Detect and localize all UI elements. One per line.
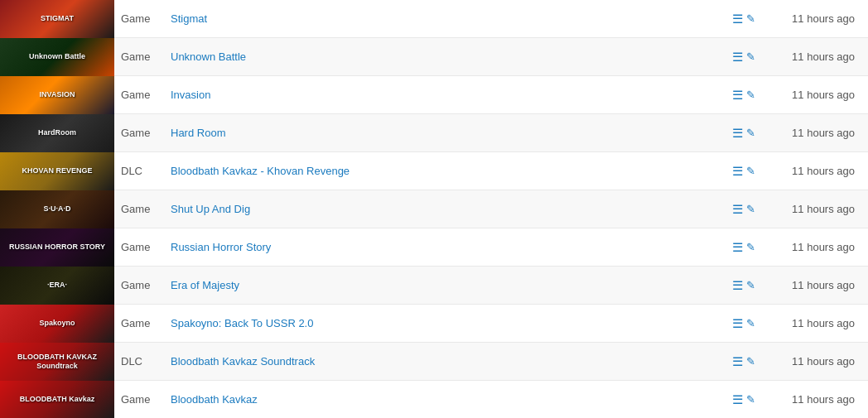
- app-name-cell: Russian Horror Story: [164, 241, 719, 253]
- thumbnail-text: INVASION: [38, 89, 77, 101]
- table-row: Spakoyno Game Spakoyno: Back To USSR 2.0…: [0, 305, 868, 343]
- packages-icon[interactable]: ☰: [732, 164, 743, 179]
- table-row: BLOODBATH Kavkaz Game Bloodbath Kavkaz ☰…: [0, 381, 868, 418]
- thumbnail-text: Spakoyno: [37, 317, 76, 329]
- app-type: Game: [114, 12, 164, 25]
- app-name-link[interactable]: Bloodbath Kavkaz: [171, 393, 258, 406]
- thumbnail-cell: STIGMAT: [0, 0, 114, 38]
- app-name-link[interactable]: Bloodbath Kavkaz Soundtrack: [171, 355, 315, 368]
- table-row: ·ERA· Game Era of Majesty ☰ ✎ 11 hours a…: [0, 267, 868, 305]
- table-row: INVASION Game Invasion ☰ ✎ 11 hours ago: [0, 76, 868, 114]
- edit-icon[interactable]: ✎: [746, 12, 755, 25]
- packages-icon[interactable]: ☰: [732, 240, 743, 255]
- app-name-link[interactable]: Hard Room: [171, 127, 225, 139]
- time-cell: 11 hours ago: [769, 203, 868, 215]
- app-name-cell: Bloodbath Kavkaz: [164, 393, 719, 406]
- game-thumbnail: Spakoyno: [0, 305, 114, 343]
- app-name-cell: Shut Up And Dig: [164, 203, 719, 215]
- app-name-cell: Stigmat: [164, 12, 719, 25]
- app-name-link[interactable]: Era of Majesty: [171, 279, 239, 291]
- app-type: Game: [114, 127, 164, 139]
- time-cell: 11 hours ago: [769, 12, 868, 25]
- action-icons: ☰ ✎: [719, 202, 769, 217]
- time-cell: 11 hours ago: [769, 89, 868, 101]
- game-thumbnail: Unknown Battle: [0, 38, 114, 76]
- action-icons: ☰ ✎: [719, 88, 769, 103]
- edit-icon[interactable]: ✎: [746, 241, 755, 253]
- thumbnail-cell: Spakoyno: [0, 305, 114, 343]
- thumbnail-cell: BLOODBATH Kavkaz: [0, 381, 114, 419]
- packages-icon[interactable]: ☰: [732, 12, 743, 26]
- packages-icon[interactable]: ☰: [732, 50, 743, 65]
- packages-icon[interactable]: ☰: [732, 126, 743, 141]
- edit-icon[interactable]: ✎: [746, 317, 755, 329]
- app-name-link[interactable]: Russian Horror Story: [171, 241, 271, 253]
- app-name-cell: Bloodbath Kavkaz Soundtrack: [164, 355, 719, 368]
- packages-icon[interactable]: ☰: [732, 202, 743, 217]
- table-row: S·U·A·D Game Shut Up And Dig ☰ ✎ 11 hour…: [0, 190, 868, 228]
- app-name-link[interactable]: Bloodbath Kavkaz - Khovan Revenge: [171, 165, 350, 177]
- packages-icon[interactable]: ☰: [732, 88, 743, 103]
- edit-icon[interactable]: ✎: [746, 203, 755, 215]
- game-thumbnail: BLOODBATH KAVKAZ Soundtrack: [0, 343, 114, 381]
- app-name-cell: Hard Room: [164, 127, 719, 139]
- game-thumbnail: ·ERA·: [0, 267, 114, 305]
- app-type: Game: [114, 89, 164, 101]
- table-row: RUSSIAN HORROR STORY Game Russian Horror…: [0, 228, 868, 267]
- action-icons: ☰ ✎: [719, 50, 769, 65]
- thumbnail-cell: S·U·A·D: [0, 190, 114, 228]
- action-icons: ☰ ✎: [719, 126, 769, 141]
- thumbnail-text: S·U·A·D: [41, 203, 72, 215]
- action-icons: ☰ ✎: [719, 316, 769, 331]
- thumbnail-cell: RUSSIAN HORROR STORY: [0, 228, 114, 267]
- app-name-cell: Spakoyno: Back To USSR 2.0: [164, 317, 719, 329]
- edit-icon[interactable]: ✎: [746, 355, 755, 368]
- time-cell: 11 hours ago: [769, 355, 868, 368]
- thumbnail-cell: Unknown Battle: [0, 38, 114, 76]
- app-name-cell: Invasion: [164, 89, 719, 101]
- app-type: Game: [114, 279, 164, 291]
- app-name-link[interactable]: Stigmat: [171, 12, 207, 25]
- app-name-link[interactable]: Spakoyno: Back To USSR 2.0: [171, 317, 313, 329]
- app-name-cell: Unknown Battle: [164, 50, 719, 63]
- game-thumbnail: S·U·A·D: [0, 190, 114, 228]
- table-row: KHOVAN REVENGE DLC Bloodbath Kavkaz - Kh…: [0, 152, 868, 190]
- edit-icon[interactable]: ✎: [746, 127, 755, 139]
- app-name-link[interactable]: Invasion: [171, 89, 210, 101]
- edit-icon[interactable]: ✎: [746, 50, 755, 63]
- edit-icon[interactable]: ✎: [746, 279, 755, 291]
- action-icons: ☰ ✎: [719, 12, 769, 26]
- table-row: HardRoom Game Hard Room ☰ ✎ 11 hours ago: [0, 114, 868, 152]
- edit-icon[interactable]: ✎: [746, 89, 755, 101]
- app-name-link[interactable]: Shut Up And Dig: [171, 203, 250, 215]
- app-type: Game: [114, 393, 164, 406]
- games-table: STIGMAT Game Stigmat ☰ ✎ 11 hours ago Un…: [0, 0, 868, 418]
- packages-icon[interactable]: ☰: [732, 316, 743, 331]
- time-cell: 11 hours ago: [769, 317, 868, 329]
- app-type: DLC: [114, 355, 164, 368]
- packages-icon[interactable]: ☰: [732, 354, 743, 369]
- app-name-link[interactable]: Unknown Battle: [171, 50, 246, 63]
- game-thumbnail: HardRoom: [0, 114, 114, 152]
- app-type: DLC: [114, 165, 164, 177]
- thumbnail-cell: HardRoom: [0, 114, 114, 152]
- app-type: Game: [114, 50, 164, 63]
- thumbnail-text: ·ERA·: [46, 279, 69, 291]
- thumbnail-cell: KHOVAN REVENGE: [0, 152, 114, 190]
- thumbnail-cell: ·ERA·: [0, 267, 114, 305]
- action-icons: ☰ ✎: [719, 354, 769, 369]
- edit-icon[interactable]: ✎: [746, 165, 755, 177]
- table-row: Unknown Battle Game Unknown Battle ☰ ✎ 1…: [0, 38, 868, 76]
- app-type: Game: [114, 203, 164, 215]
- edit-icon[interactable]: ✎: [746, 393, 755, 406]
- action-icons: ☰ ✎: [719, 164, 769, 179]
- game-thumbnail: KHOVAN REVENGE: [0, 152, 114, 190]
- packages-icon[interactable]: ☰: [732, 278, 743, 293]
- app-type: Game: [114, 317, 164, 329]
- thumbnail-cell: BLOODBATH KAVKAZ Soundtrack: [0, 343, 114, 381]
- time-cell: 11 hours ago: [769, 127, 868, 139]
- thumbnail-text: HardRoom: [36, 127, 78, 139]
- time-cell: 11 hours ago: [769, 165, 868, 177]
- packages-icon[interactable]: ☰: [732, 392, 743, 407]
- app-type: Game: [114, 241, 164, 253]
